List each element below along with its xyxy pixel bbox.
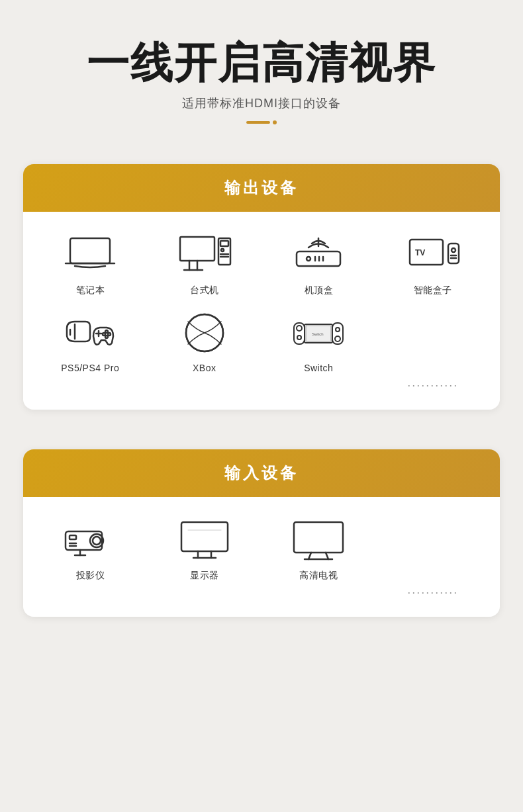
device-label-playstation: PS5/PS4 Pro (61, 363, 119, 373)
output-dots-label: ........... (407, 363, 458, 390)
hdtv-icon (289, 517, 348, 563)
svg-point-19 (452, 248, 455, 252)
more-input-icon (403, 517, 463, 563)
input-card: 输入设备 (23, 449, 500, 617)
device-label-laptop: 笔记本 (76, 285, 105, 296)
projector-icon (60, 517, 120, 563)
device-playstation: PS5/PS4 Pro (36, 310, 144, 390)
device-desktop: 台式机 (151, 232, 259, 296)
device-label-monitor: 显示器 (190, 570, 219, 582)
svg-point-43 (93, 537, 101, 545)
svg-point-33 (297, 326, 302, 331)
hero-divider (87, 120, 436, 124)
device-projector: 投影仪 (36, 517, 144, 597)
monitor-icon (175, 517, 234, 563)
input-card-body: 投影仪 显示器 (23, 497, 500, 617)
svg-point-28 (103, 333, 105, 336)
svg-point-12 (307, 257, 310, 261)
output-card-body: 笔记本 (23, 212, 500, 410)
laptop-icon (60, 232, 120, 278)
output-device-grid: 笔记本 (36, 232, 487, 390)
settopbox-icon (289, 232, 348, 278)
svg-point-40 (335, 336, 340, 341)
svg-point-27 (108, 333, 111, 336)
output-card: 输出设备 笔记本 (23, 164, 500, 410)
device-label-smartbox: 智能盒子 (414, 285, 452, 296)
hero-subtitle: 适用带标准HDMI接口的设备 (87, 95, 436, 111)
svg-rect-7 (220, 241, 228, 246)
device-label-settopbox: 机顶盒 (305, 285, 334, 296)
svg-rect-0 (70, 238, 110, 263)
svg-point-39 (336, 328, 340, 332)
device-hdtv: 高清电视 (265, 517, 373, 597)
device-more-output: ........... (379, 310, 487, 390)
svg-point-29 (105, 336, 108, 338)
divider-dot (273, 120, 277, 124)
smartbox-icon: TV (403, 232, 463, 278)
device-more-input: ........... (379, 517, 487, 597)
svg-line-56 (326, 553, 328, 559)
desktop-icon (175, 232, 234, 278)
svg-rect-18 (448, 244, 459, 263)
svg-point-26 (105, 330, 108, 333)
hero-title: 一线开启高清视界 (87, 40, 436, 86)
svg-point-34 (297, 336, 301, 339)
svg-text:TV: TV (415, 248, 425, 257)
device-label-projector: 投影仪 (76, 570, 105, 582)
svg-rect-54 (294, 522, 343, 553)
svg-rect-49 (181, 522, 228, 551)
input-card-header: 输入设备 (23, 449, 500, 497)
svg-point-8 (221, 249, 224, 251)
device-settopbox: 机顶盒 (265, 232, 373, 296)
more-output-icon (403, 310, 463, 356)
device-smartbox: TV 智能盒子 (379, 232, 487, 296)
device-label-switch: Switch (304, 363, 333, 373)
svg-text:Switch: Switch (312, 332, 324, 336)
device-laptop: 笔记本 (36, 232, 144, 296)
divider-line (246, 121, 270, 124)
device-label-hdtv: 高清电视 (299, 570, 338, 582)
device-switch: Switch Switch (265, 310, 373, 390)
input-header-text: 输入设备 (224, 464, 299, 482)
playstation-icon (60, 310, 120, 356)
output-card-header: 输出设备 (23, 164, 500, 212)
device-monitor: 显示器 (151, 517, 259, 597)
svg-rect-2 (180, 237, 214, 261)
svg-rect-44 (70, 535, 76, 539)
output-header-text: 输出设备 (224, 179, 299, 197)
switch-icon: Switch (289, 310, 348, 356)
hero-section: 一线开启高清视界 适用带标准HDMI接口的设备 (73, 0, 450, 144)
input-dots-label: ........... (407, 570, 458, 597)
input-device-grid: 投影仪 显示器 (36, 517, 487, 597)
device-label-desktop: 台式机 (190, 285, 219, 296)
xbox-icon (175, 310, 234, 356)
svg-line-55 (309, 553, 311, 559)
device-label-xbox: XBox (193, 363, 216, 373)
device-xbox: XBox (151, 310, 259, 390)
